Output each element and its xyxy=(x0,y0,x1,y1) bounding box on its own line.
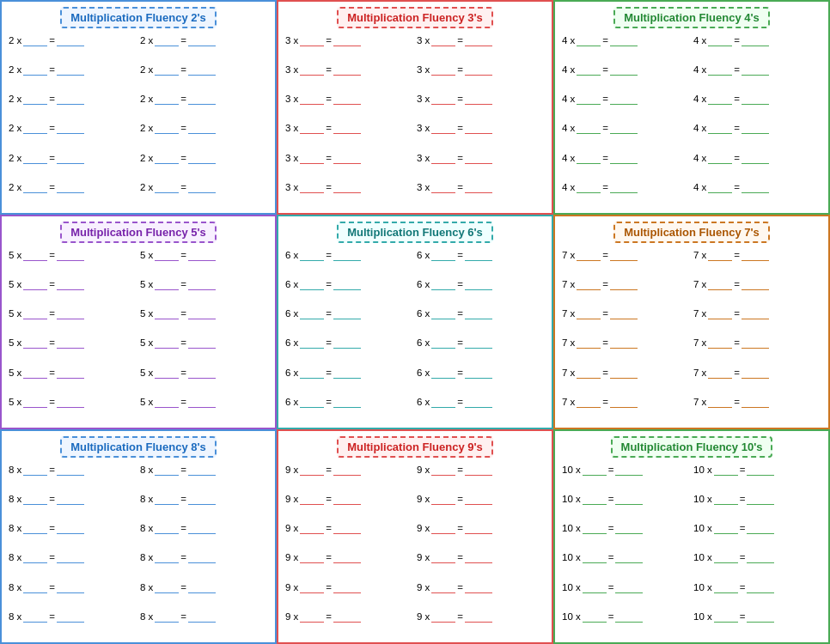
factor-blank[interactable] xyxy=(583,582,607,593)
answer-blank[interactable] xyxy=(333,611,361,623)
answer-blank[interactable] xyxy=(465,35,492,46)
answer-blank[interactable] xyxy=(57,368,84,379)
answer-blank[interactable] xyxy=(747,552,774,563)
answer-blank[interactable] xyxy=(57,552,84,563)
factor-blank[interactable] xyxy=(577,368,601,379)
factor-blank[interactable] xyxy=(431,397,455,408)
factor-blank[interactable] xyxy=(155,153,179,164)
answer-blank[interactable] xyxy=(57,182,84,193)
answer-blank[interactable] xyxy=(465,552,492,563)
answer-blank[interactable] xyxy=(747,494,774,505)
factor-blank[interactable] xyxy=(708,337,732,349)
factor-blank[interactable] xyxy=(431,123,455,134)
factor-blank[interactable] xyxy=(23,35,47,46)
factor-blank[interactable] xyxy=(714,582,738,593)
answer-blank[interactable] xyxy=(57,494,84,505)
answer-blank[interactable] xyxy=(742,123,769,134)
factor-blank[interactable] xyxy=(714,523,738,534)
factor-blank[interactable] xyxy=(577,64,601,76)
factor-blank[interactable] xyxy=(431,153,455,164)
factor-blank[interactable] xyxy=(23,64,47,76)
answer-blank[interactable] xyxy=(465,582,492,593)
answer-blank[interactable] xyxy=(57,123,84,134)
answer-blank[interactable] xyxy=(333,250,361,261)
factor-blank[interactable] xyxy=(155,397,179,408)
factor-blank[interactable] xyxy=(708,182,732,193)
answer-blank[interactable] xyxy=(742,308,769,319)
factor-blank[interactable] xyxy=(708,153,732,164)
factor-blank[interactable] xyxy=(300,465,324,476)
answer-blank[interactable] xyxy=(188,337,216,349)
factor-blank[interactable] xyxy=(583,494,607,505)
answer-blank[interactable] xyxy=(742,153,769,164)
answer-blank[interactable] xyxy=(610,250,638,261)
factor-blank[interactable] xyxy=(431,35,455,46)
answer-blank[interactable] xyxy=(465,494,492,505)
factor-blank[interactable] xyxy=(431,552,455,563)
answer-blank[interactable] xyxy=(188,523,216,534)
factor-blank[interactable] xyxy=(155,611,179,623)
answer-blank[interactable] xyxy=(465,368,492,379)
factor-blank[interactable] xyxy=(23,397,47,408)
answer-blank[interactable] xyxy=(465,64,492,76)
answer-blank[interactable] xyxy=(57,582,84,593)
factor-blank[interactable] xyxy=(300,123,324,134)
factor-blank[interactable] xyxy=(300,35,324,46)
factor-blank[interactable] xyxy=(300,582,324,593)
answer-blank[interactable] xyxy=(742,64,769,76)
factor-blank[interactable] xyxy=(300,94,324,105)
answer-blank[interactable] xyxy=(333,552,361,563)
factor-blank[interactable] xyxy=(23,123,47,134)
answer-blank[interactable] xyxy=(188,153,216,164)
answer-blank[interactable] xyxy=(188,368,216,379)
factor-blank[interactable] xyxy=(577,94,601,105)
factor-blank[interactable] xyxy=(23,611,47,623)
factor-blank[interactable] xyxy=(577,397,601,408)
factor-blank[interactable] xyxy=(708,64,732,76)
factor-blank[interactable] xyxy=(23,94,47,105)
factor-blank[interactable] xyxy=(431,611,455,623)
answer-blank[interactable] xyxy=(742,182,769,193)
answer-blank[interactable] xyxy=(57,35,84,46)
answer-blank[interactable] xyxy=(742,397,769,408)
answer-blank[interactable] xyxy=(747,611,774,623)
factor-blank[interactable] xyxy=(300,523,324,534)
factor-blank[interactable] xyxy=(431,94,455,105)
answer-blank[interactable] xyxy=(615,523,643,534)
factor-blank[interactable] xyxy=(577,123,601,134)
factor-blank[interactable] xyxy=(155,465,179,476)
factor-blank[interactable] xyxy=(577,153,601,164)
answer-blank[interactable] xyxy=(333,153,361,164)
answer-blank[interactable] xyxy=(57,523,84,534)
answer-blank[interactable] xyxy=(333,368,361,379)
factor-blank[interactable] xyxy=(708,279,732,290)
answer-blank[interactable] xyxy=(747,465,774,476)
answer-blank[interactable] xyxy=(333,397,361,408)
factor-blank[interactable] xyxy=(714,552,738,563)
factor-blank[interactable] xyxy=(431,64,455,76)
answer-blank[interactable] xyxy=(610,368,638,379)
answer-blank[interactable] xyxy=(465,182,492,193)
answer-blank[interactable] xyxy=(465,308,492,319)
factor-blank[interactable] xyxy=(431,465,455,476)
answer-blank[interactable] xyxy=(188,582,216,593)
answer-blank[interactable] xyxy=(465,611,492,623)
factor-blank[interactable] xyxy=(300,308,324,319)
factor-blank[interactable] xyxy=(300,250,324,261)
answer-blank[interactable] xyxy=(188,279,216,290)
answer-blank[interactable] xyxy=(188,182,216,193)
answer-blank[interactable] xyxy=(747,523,774,534)
factor-blank[interactable] xyxy=(155,552,179,563)
answer-blank[interactable] xyxy=(465,465,492,476)
answer-blank[interactable] xyxy=(610,397,638,408)
factor-blank[interactable] xyxy=(583,552,607,563)
factor-blank[interactable] xyxy=(23,368,47,379)
answer-blank[interactable] xyxy=(465,523,492,534)
answer-blank[interactable] xyxy=(188,397,216,408)
factor-blank[interactable] xyxy=(714,494,738,505)
answer-blank[interactable] xyxy=(57,308,84,319)
factor-blank[interactable] xyxy=(300,153,324,164)
factor-blank[interactable] xyxy=(708,250,732,261)
factor-blank[interactable] xyxy=(155,368,179,379)
answer-blank[interactable] xyxy=(333,94,361,105)
